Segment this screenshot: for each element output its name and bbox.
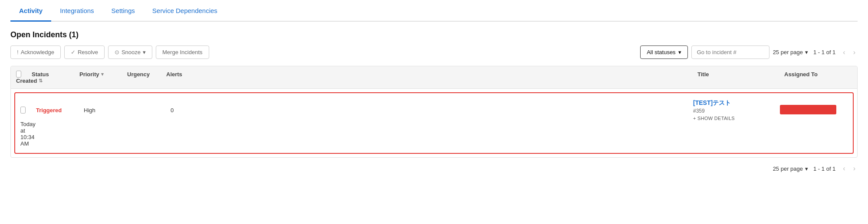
merge-incidents-button[interactable]: Merge Incidents [156, 45, 209, 59]
bottom-per-page-selector[interactable]: 25 per page ▾ [773, 166, 808, 172]
chevron-down-icon: ▾ [805, 166, 808, 172]
tab-service-dependencies[interactable]: Service Dependencies [144, 0, 226, 22]
next-page-button[interactable]: › [851, 48, 858, 57]
tab-integrations[interactable]: Integrations [51, 0, 102, 22]
sort-icon: ▾ [101, 71, 104, 77]
bottom-next-page-button[interactable]: › [851, 164, 858, 173]
section-title: Open Incidents (1) [10, 30, 858, 39]
row-alerts: 0 [165, 107, 688, 114]
check-icon: ✓ [71, 49, 76, 55]
acknowledge-button[interactable]: ! Acknowledge [10, 45, 61, 59]
header-checkbox-cell [11, 71, 26, 78]
incidents-table: Status Priority ▾ Urgency Alerts Title A… [10, 66, 858, 158]
chevron-down-icon: ▾ [678, 49, 681, 55]
row-title-cell: [TEST]テスト #359 + SHOW DETAILS [688, 99, 775, 121]
row-created: Today at 10:34 AM [15, 121, 31, 147]
header-urgency: Urgency [122, 71, 161, 78]
tab-settings[interactable]: Settings [103, 0, 144, 22]
incident-id: #359 [693, 108, 769, 114]
exclamation-icon: ! [17, 49, 19, 55]
select-all-checkbox[interactable] [16, 71, 21, 78]
resolve-button[interactable]: ✓ Resolve [64, 45, 105, 59]
header-priority[interactable]: Priority ▾ [74, 71, 122, 78]
incident-title-link[interactable]: [TEST]テスト [693, 99, 769, 107]
row-assigned-to [775, 105, 853, 116]
row-priority: High [79, 107, 126, 114]
table-row: Triggered High 0 [TEST]テスト #359 + SHOW D… [14, 92, 854, 154]
row-checkbox[interactable] [20, 107, 26, 114]
goto-incident-input[interactable] [691, 45, 769, 59]
bottom-pagination: 25 per page ▾ 1 - 1 of 1 ‹ › [10, 164, 858, 173]
assigned-to-bar [780, 105, 836, 114]
row-status: Triggered [31, 107, 79, 114]
bottom-prev-page-button[interactable]: ‹ [841, 164, 847, 173]
prev-page-button[interactable]: ‹ [841, 48, 847, 57]
header-assigned-to: Assigned To [779, 71, 857, 78]
bottom-pagination-info: 1 - 1 of 1 [813, 166, 835, 172]
pagination-info: 1 - 1 of 1 [813, 49, 835, 55]
chevron-down-icon: ▾ [805, 49, 808, 55]
header-status: Status [26, 71, 74, 78]
tab-activity[interactable]: Activity [10, 0, 51, 22]
header-title: Title [692, 71, 779, 78]
clock-icon: ⊙ [115, 49, 119, 55]
show-details-link[interactable]: + SHOW DETAILS [693, 116, 769, 121]
chevron-down-icon: ▾ [143, 49, 146, 55]
snooze-button[interactable]: ⊙ Snooze ▾ [108, 45, 152, 59]
tab-navigation: Activity Integrations Settings Service D… [10, 0, 858, 22]
per-page-selector[interactable]: 25 per page ▾ [773, 49, 808, 55]
row-checkbox-cell [15, 107, 31, 114]
header-alerts: Alerts [161, 71, 692, 78]
all-statuses-filter[interactable]: All statuses ▾ [640, 45, 687, 59]
sort-icon-created: ⇅ [39, 78, 43, 84]
toolbar: ! Acknowledge ✓ Resolve ⊙ Snooze ▾ Merge… [10, 45, 858, 59]
table-header-row: Status Priority ▾ Urgency Alerts Title A… [11, 66, 857, 89]
header-created[interactable]: Created ⇅ [11, 78, 26, 84]
